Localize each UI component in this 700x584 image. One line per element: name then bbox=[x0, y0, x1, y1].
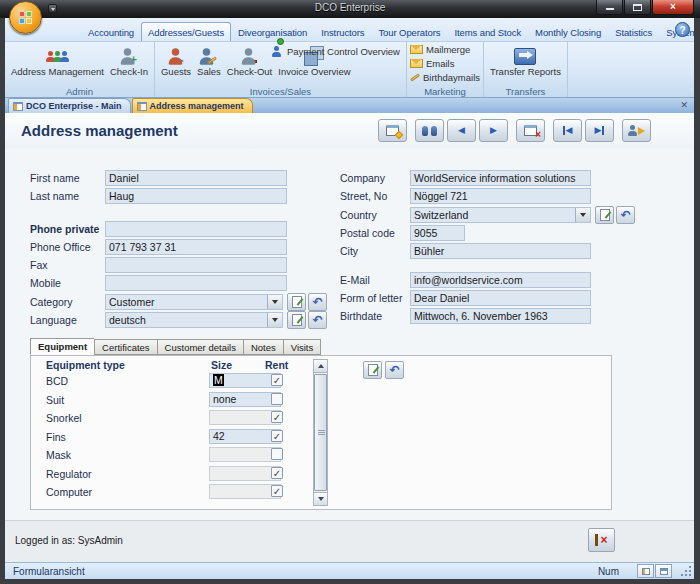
address-management-button[interactable]: Address Management bbox=[8, 44, 107, 85]
mailmerge-button[interactable]: Mailmerge bbox=[410, 43, 480, 56]
company-field[interactable]: WorldService information solutions bbox=[410, 170, 591, 186]
payment-control-overview-button[interactable]: Payment Control Overview bbox=[272, 45, 400, 58]
guests-button[interactable]: Guests bbox=[158, 44, 194, 85]
doc-tab-main[interactable]: DCO Enterprise - Main bbox=[8, 98, 131, 113]
phone-private-label: Phone private bbox=[30, 223, 99, 235]
person-arrow-icon bbox=[169, 45, 184, 67]
form-of-letter-label: Form of letter bbox=[340, 292, 402, 304]
rent-checkbox-suit[interactable] bbox=[271, 393, 283, 405]
dropdown-arrow-icon[interactable] bbox=[267, 313, 282, 327]
tab-certificates[interactable]: Certificates bbox=[94, 339, 157, 355]
language-dropdown[interactable]: deutsch bbox=[105, 312, 283, 328]
previous-record-button[interactable]: ◀ bbox=[447, 119, 476, 142]
undo-icon: ↶ bbox=[312, 314, 322, 326]
form-of-letter-field[interactable]: Dear Daniel bbox=[410, 290, 591, 306]
scrollbar-thumb[interactable] bbox=[314, 374, 327, 491]
footer-bar: Logged in as: SysAdmin × bbox=[5, 520, 694, 562]
maximize-button[interactable] bbox=[624, 0, 651, 15]
check-out-button[interactable]: Check-Out bbox=[224, 44, 275, 85]
ribbon-tab-tour-operators[interactable]: Tour Operators bbox=[371, 22, 447, 41]
mobile-field[interactable] bbox=[105, 275, 287, 291]
equipment-edit-button[interactable] bbox=[363, 361, 382, 379]
fax-field[interactable] bbox=[105, 257, 287, 273]
quick-access-toolbar-arrow[interactable] bbox=[48, 4, 57, 13]
minimize-icon bbox=[606, 8, 614, 10]
resize-grip[interactable] bbox=[681, 566, 691, 576]
rent-checkbox-snorkel[interactable]: ✓ bbox=[271, 411, 283, 423]
exit-form-button[interactable]: × bbox=[588, 528, 615, 552]
scroll-down-button[interactable] bbox=[314, 492, 327, 505]
ribbon: Address Management + Check-In Admin Gues… bbox=[5, 42, 694, 98]
triangle-up-icon bbox=[318, 364, 324, 368]
last-record-button[interactable]: ▶ bbox=[585, 119, 614, 142]
language-undo-button[interactable]: ↶ bbox=[308, 311, 327, 329]
last-name-field[interactable]: Haug bbox=[105, 188, 287, 204]
dropdown-arrow-icon[interactable] bbox=[267, 295, 282, 309]
ribbon-tab-addresses-guests[interactable]: Addresses/Guests bbox=[141, 22, 231, 41]
rent-checkbox-fins[interactable]: ✓ bbox=[271, 430, 283, 442]
office-button[interactable] bbox=[9, 1, 42, 34]
scroll-up-button[interactable] bbox=[314, 360, 327, 373]
category-undo-button[interactable]: ↶ bbox=[308, 293, 327, 311]
rent-checkbox-bcd[interactable]: ✓ bbox=[271, 374, 283, 386]
ribbon-tab-diveorganisation[interactable]: Diveorganisation bbox=[231, 22, 314, 41]
tab-notes[interactable]: Notes bbox=[243, 339, 283, 355]
ribbon-tab-statistics[interactable]: Statistics bbox=[608, 22, 659, 41]
delete-record-button[interactable]: × bbox=[516, 119, 545, 142]
maximize-icon bbox=[633, 4, 642, 11]
phone-office-label: Phone Office bbox=[30, 241, 91, 253]
category-dropdown[interactable]: Customer bbox=[105, 294, 283, 310]
dropdown-arrow-icon[interactable] bbox=[575, 208, 590, 222]
country-edit-button[interactable] bbox=[595, 206, 614, 224]
birthdate-field[interactable]: Mittwoch, 6. November 1963 bbox=[410, 308, 591, 324]
postal-code-field[interactable]: 9055 bbox=[410, 225, 465, 241]
emails-button[interactable]: Emails bbox=[410, 57, 480, 70]
form-view-button[interactable] bbox=[637, 564, 654, 578]
doc-tab-close-icon[interactable]: ✕ bbox=[680, 100, 688, 110]
doc-tab-address-management[interactable]: Address management bbox=[132, 98, 253, 113]
close-form-button[interactable] bbox=[622, 119, 651, 142]
ribbon-group-admin: Address Management + Check-In Admin bbox=[5, 42, 155, 97]
transfer-reports-button[interactable]: Transfer Reports bbox=[487, 44, 564, 85]
tab-customer-details[interactable]: Customer details bbox=[157, 339, 243, 355]
birthdaymails-button[interactable]: Birthdaymails bbox=[410, 71, 480, 84]
category-edit-button[interactable] bbox=[287, 293, 306, 311]
first-name-field[interactable]: Daniel bbox=[105, 170, 287, 186]
exit-icon bbox=[628, 125, 645, 136]
find-button[interactable] bbox=[415, 119, 444, 142]
sales-button[interactable]: Sales bbox=[194, 44, 224, 85]
close-button[interactable]: × bbox=[652, 0, 694, 15]
country-undo-button[interactable]: ↶ bbox=[616, 206, 635, 224]
ribbon-tab-accounting[interactable]: Accounting bbox=[81, 22, 141, 41]
phone-private-field[interactable] bbox=[105, 221, 287, 237]
city-field[interactable]: Bühler bbox=[410, 243, 591, 259]
next-record-button[interactable]: ▶ bbox=[479, 119, 508, 142]
phone-office-field[interactable]: 071 793 37 31 bbox=[105, 239, 287, 255]
record-toolbar: ◀ ▶ × ◀ ▶ bbox=[378, 119, 654, 142]
language-edit-button[interactable] bbox=[287, 311, 306, 329]
ribbon-tab-monthly-closing[interactable]: Monthly Closing bbox=[528, 22, 608, 41]
edit-page-icon bbox=[368, 364, 378, 376]
tab-visits[interactable]: Visits bbox=[283, 339, 322, 355]
ribbon-tab-instructors[interactable]: Instructors bbox=[314, 22, 371, 41]
new-record-button[interactable] bbox=[378, 119, 407, 142]
rent-checkbox-computer[interactable]: ✓ bbox=[271, 485, 283, 497]
first-record-button[interactable]: ◀ bbox=[553, 119, 582, 142]
tab-equipment[interactable]: Equipment bbox=[30, 338, 94, 355]
birthdate-label: Birthdate bbox=[340, 310, 382, 322]
minimize-button[interactable] bbox=[596, 0, 623, 15]
country-dropdown[interactable]: Switzerland bbox=[410, 207, 591, 223]
equipment-undo-button[interactable]: ↶ bbox=[385, 361, 404, 379]
check-in-button[interactable]: + Check-In bbox=[107, 44, 151, 85]
design-view-button[interactable] bbox=[655, 564, 672, 578]
rent-checkbox-regulator[interactable]: ✓ bbox=[271, 467, 283, 479]
email-field[interactable]: info@worldservice.com bbox=[410, 272, 591, 288]
equipment-scrollbar[interactable] bbox=[313, 359, 328, 506]
form-icon bbox=[13, 102, 23, 111]
street-field[interactable]: Nöggel 721 bbox=[410, 188, 591, 204]
arrow-left-icon: ◀ bbox=[458, 126, 465, 135]
col-equipment-type: Equipment type bbox=[46, 359, 125, 371]
rent-checkbox-mask[interactable] bbox=[271, 448, 283, 460]
help-icon[interactable]: ? bbox=[675, 22, 690, 37]
ribbon-tab-items-and-stock[interactable]: Items and Stock bbox=[447, 22, 528, 41]
